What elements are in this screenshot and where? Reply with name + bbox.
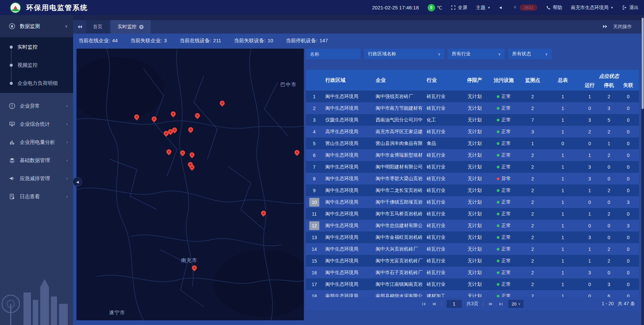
chevron-left-icon: ‹ <box>66 104 68 108</box>
table-row[interactable]: 6 阆中生态环境局 阆中市金博瑞新型墙材 砖瓦行业 无计划 正常 2 1 1 2 <box>306 149 639 161</box>
log-file-icon <box>9 193 15 200</box>
cell-points: 2 <box>519 161 546 173</box>
map-collapse-button[interactable]: ◀ <box>73 177 82 186</box>
tab-realtime-monitoring[interactable]: 实时监控 × <box>111 20 151 34</box>
header-actions: 2021-02-25 17:46:18 0 ℃ 全屏 主题 ▼ 2632 帮助 … <box>372 4 644 11</box>
logout-button[interactable]: 退出 <box>622 5 639 11</box>
sidebar-item-video-monitoring[interactable]: 视频监控 <box>0 56 73 74</box>
table-row[interactable]: 10 阆中生态环境局 阆中千佛镇五郎垭页岩 砖瓦行业 无计划 正常 2 1 0 … <box>306 196 639 208</box>
table-row[interactable]: 14 阆中生态环境局 阆中大兴页岩机砖厂 砖瓦行业 无计划 正常 2 1 1 2 <box>306 243 639 255</box>
chevron-left-icon: ‹ <box>66 140 68 145</box>
cell-index: 2 <box>306 102 323 114</box>
stat-offline-enterprises: 当前失联企业:3 <box>130 38 167 44</box>
sidebar-group-enterprise-abnormal[interactable]: 企业异常 ‹ <box>0 97 73 115</box>
cell-company: 南部县砌华水泥有限公 <box>373 290 424 297</box>
next-page-button[interactable] <box>488 301 493 307</box>
tabs-scroll-left-button[interactable] <box>73 20 86 34</box>
sidebar-group-data-monitoring[interactable]: 数据监测 ∨ <box>0 15 73 37</box>
previous-page-button[interactable] <box>431 301 437 307</box>
gis-map[interactable]: 巴中市南充市遂宁市 ◀ <box>76 49 304 320</box>
last-page-button[interactable] <box>498 301 503 307</box>
table-row[interactable]: 12 阆中生态环境局 阆中市忠信建材有限公 砖瓦行业 无计划 正常 2 1 0 … <box>306 220 639 231</box>
table-row[interactable]: 9 阆中生态环境局 阆中市二龙长宝页岩砖 砖瓦行业 无计划 正常 2 1 1 2 <box>306 184 639 196</box>
cell-points: 2 <box>519 196 546 208</box>
industry-filter-select[interactable]: 所有行业 ∨ <box>448 49 505 59</box>
chevron-left-icon: ‹ <box>66 122 68 126</box>
table-row[interactable]: 8 阆中生态环境局 阆中市枣碧大梁山页岩 砖瓦行业 无计划 异常 2 1 3 0 <box>306 173 639 184</box>
cell-stop: 2 <box>600 149 618 161</box>
sidebar-group-base-data[interactable]: 基础数据管理 ‹ <box>0 151 73 169</box>
column-header-meters: 总表 <box>546 70 580 91</box>
page-size-select[interactable]: 20 ∨ <box>508 300 524 308</box>
map-city-label: 南充市 <box>181 257 197 264</box>
chevron-down-icon: ∨ <box>438 52 440 56</box>
region-filter-select[interactable]: 行政区域名称 ∨ <box>364 49 444 59</box>
table-row[interactable]: 7 阆中生态环境局 阆中明阳建材有限公司 砖瓦行业 无计划 正常 2 1 3 0 <box>306 161 639 173</box>
sidebar-group-power-analysis[interactable]: 企业用电量分析 ‹ <box>0 133 73 151</box>
stat-online-enterprises: 当前在线企业:44 <box>78 38 118 44</box>
cell-run: 0 <box>580 196 600 208</box>
status-dot-icon <box>497 248 499 251</box>
cell-stop: 3 <box>600 278 618 290</box>
first-page-button[interactable] <box>421 301 427 307</box>
sidebar-group-emergency-reduction[interactable]: 应急减排管理 ‹ <box>0 169 73 187</box>
cell-company: 阆中千佛镇五郎垭页岩 <box>373 196 424 208</box>
table-row[interactable]: 11 阆中生态环境局 阆中市五马桥页岩机砖 砖瓦行业 无计划 正常 2 1 1 … <box>306 208 639 220</box>
sidebar-item-power-load-detail[interactable]: 企业电力负荷明细 <box>0 74 73 92</box>
table-row[interactable]: 17 阆中生态环境局 阆中市江南镇阆南页岩 砖瓦行业 无计划 正常 2 1 0 … <box>306 278 639 290</box>
cell-facility-status: 正常 <box>488 278 519 290</box>
cell-meters: 1 <box>546 196 580 208</box>
enterprise-table-panel: 行政区域名称 ∨ 所有行业 ∨ 所有状态 ∨ 行政区域 企业 行业 停限产 治污… <box>306 49 639 321</box>
org-dropdown[interactable]: 南充市生态环境局 ▼ <box>571 5 613 11</box>
table-row[interactable]: 15 阆中生态环境局 阆中市光富页岩机砖厂 砖瓦行业 无计划 正常 2 1 1 … <box>306 255 639 267</box>
scrollbar-thumb[interactable] <box>642 18 644 109</box>
help-button[interactable]: 帮助 <box>546 5 562 11</box>
page-scrollbar[interactable] <box>641 15 644 325</box>
chevron-left-icon: ‹ <box>66 194 68 199</box>
status-dot-icon <box>497 271 499 274</box>
cell-industry: 砖瓦行业 <box>424 102 461 114</box>
cell-plan: 无计划 <box>461 161 488 173</box>
cell-plan: 无计划 <box>461 220 488 231</box>
sidebar-group-log-view[interactable]: 日志查看 ‹ <box>0 187 73 206</box>
theme-dropdown[interactable]: 主题 ▼ <box>476 5 490 11</box>
page-number-input[interactable]: 1 <box>446 300 462 308</box>
table-row[interactable]: 16 阆中生态环境局 阆中市石子页岩机砖厂 砖瓦行业 无计划 正常 2 1 3 … <box>306 267 639 278</box>
notifications-widget[interactable]: 2632 <box>513 4 537 11</box>
cell-industry: 砖瓦行业 <box>424 208 461 220</box>
table-row[interactable]: 13 阆中生态环境局 阆中市金福旺页岩机砖 砖瓦行业 无计划 正常 2 1 3 … <box>306 231 639 243</box>
table-row[interactable]: 18 南部生态环境局 南部县砌华水泥有限公 建材加工 无计划 正常 2 1 0 … <box>306 290 639 297</box>
table-row[interactable]: 1 阆中生态环境局 阆中强锐页岩砖厂 砖瓦行业 无计划 正常 2 1 1 2 <box>306 91 639 102</box>
cell-facility-status: 正常 <box>488 138 519 149</box>
sidebar-group-enterprise-statistics[interactable]: 企业综合统计 ‹ <box>0 115 73 133</box>
cell-meters: 1 <box>546 267 580 278</box>
sidebar-item-realtime-monitoring[interactable]: 实时监控 <box>0 38 73 56</box>
status-filter-select[interactable]: 所有状态 ∨ <box>508 49 552 59</box>
close-operations-button[interactable]: 关闭操作 <box>603 20 641 34</box>
cell-company: 西南油气田分公司川中 <box>373 114 424 126</box>
status-dot-icon <box>497 283 499 286</box>
cell-plan: 无计划 <box>461 173 488 184</box>
table-row[interactable]: 4 高坪生态环境局 南充市高坪区王家店建 砖瓦行业 无计划 正常 3 1 2 2 <box>306 126 639 138</box>
name-filter-input[interactable] <box>306 49 361 59</box>
cell-region: 营山生态环境局 <box>323 138 373 149</box>
map-roads <box>76 49 304 320</box>
cell-region: 阆中生态环境局 <box>323 173 373 184</box>
cell-lost: 0 <box>618 102 638 114</box>
fullscreen-button[interactable]: 全屏 <box>451 5 467 11</box>
table-row[interactable]: 5 营山生态环境局 营山县润丰肉食品有限 食品 无计划 正常 1 0 0 1 <box>306 138 639 149</box>
cell-facility-status: 正常 <box>488 91 519 102</box>
tab-home[interactable]: 首页 <box>86 20 109 34</box>
cell-lost: 0 <box>618 208 638 220</box>
cell-facility-status: 正常 <box>488 102 519 114</box>
tab-bar: 首页 实时监控 × 关闭操作 <box>73 15 641 34</box>
close-tab-icon[interactable]: × <box>139 25 144 29</box>
status-dot-icon <box>497 295 499 297</box>
volume-button[interactable] <box>499 5 504 10</box>
cell-plan: 无计划 <box>461 290 488 297</box>
table-row[interactable]: 3 仪陇生态环境局 西南油气田分公司川中 化工 无计划 正常 7 1 3 5 <box>306 114 639 126</box>
cell-facility-status: 正常 <box>488 149 519 161</box>
table-row[interactable]: 2 阆中生态环境局 阆中市南方节能建材有 砖瓦行业 无计划 正常 2 1 0 3 <box>306 102 639 114</box>
column-header-region: 行政区域 <box>323 70 373 91</box>
cell-industry: 化工 <box>424 114 461 126</box>
